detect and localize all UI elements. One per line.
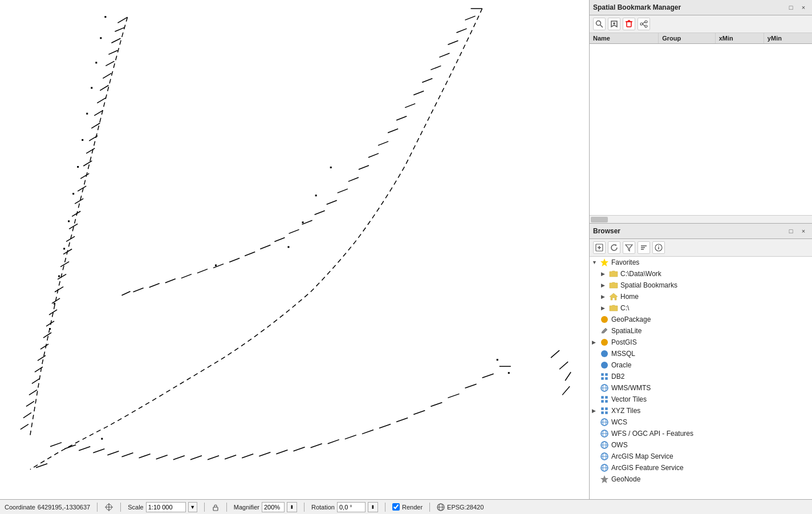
- col-ymin[interactable]: yMin: [764, 33, 812, 43]
- lock-item[interactable]: [212, 503, 220, 511]
- browser-panel: Browser □ ×: [590, 224, 812, 499]
- tree-icon-arcgisfeatureservice: [600, 463, 609, 472]
- magnifier-spinner[interactable]: ⬍: [287, 502, 297, 512]
- tree-item-wfsogc[interactable]: WFS / OGC API - Features: [590, 428, 812, 439]
- bookmark-export-btn[interactable]: [638, 18, 650, 30]
- browser-panel-controls: □ ×: [786, 226, 809, 236]
- tree-arrow-datawork[interactable]: ▶: [601, 271, 609, 277]
- svg-line-79: [276, 450, 287, 454]
- tree-arrow-spatialbookmarks[interactable]: ▶: [601, 282, 609, 288]
- svg-line-92: [64, 445, 76, 449]
- browser-float-btn[interactable]: □: [786, 226, 796, 236]
- tree-arrow-favorites[interactable]: ▼: [592, 260, 600, 265]
- svg-line-59: [213, 264, 224, 268]
- tree-item-arcgismapservice[interactable]: ArcGIS Map Service: [590, 451, 812, 462]
- scale-input[interactable]: [146, 502, 186, 512]
- epsg-item[interactable]: EPSG:28420: [437, 503, 484, 511]
- svg-line-22: [55, 287, 63, 292]
- magnifier-input[interactable]: [262, 502, 285, 512]
- svg-line-8: [94, 111, 103, 116]
- refresh-icon: [610, 244, 618, 252]
- tree-item-wcs[interactable]: WCS: [590, 416, 812, 428]
- rotation-input[interactable]: [337, 502, 366, 512]
- tree-item-arcgisfeatureservice[interactable]: ArcGIS Feature Service: [590, 462, 812, 473]
- tree-item-cdrive[interactable]: ▶C:\: [590, 302, 812, 314]
- tree-icon-wfsogc: [600, 429, 609, 438]
- browser-collapse-btn[interactable]: [638, 241, 650, 254]
- svg-line-91: [79, 447, 90, 451]
- svg-point-127: [640, 23, 643, 25]
- tree-item-home[interactable]: ▶Home: [590, 291, 812, 302]
- tree-item-oracle[interactable]: Oracle: [590, 359, 812, 371]
- bookmark-add-btn[interactable]: [608, 18, 620, 30]
- tree-item-vectortiles[interactable]: Vector Tiles: [590, 394, 812, 405]
- svg-point-145: [601, 350, 608, 357]
- right-panel: Spatial Bookmark Manager □ ×: [590, 0, 812, 499]
- svg-line-87: [139, 454, 151, 458]
- export-icon: [640, 20, 648, 28]
- tree-item-postgis[interactable]: ▶PostGIS: [590, 337, 812, 348]
- tree-arrow-postgis[interactable]: ▶: [592, 339, 600, 345]
- svg-point-144: [601, 339, 608, 346]
- tree-icon-favorites: [600, 258, 609, 267]
- tree-item-geopackage[interactable]: GeoPackage: [590, 314, 812, 325]
- map-icon-item: [104, 503, 113, 512]
- bookmark-float-btn[interactable]: □: [786, 2, 796, 13]
- svg-rect-106: [72, 193, 74, 195]
- tree-icon-geopackage: [600, 315, 609, 324]
- bookmark-hscroll[interactable]: [590, 215, 812, 223]
- svg-line-3: [108, 50, 117, 54]
- svg-line-42: [413, 91, 424, 95]
- svg-line-41: [422, 78, 432, 82]
- svg-line-86: [156, 455, 168, 459]
- magnifier-item: Magnifier ⬍: [234, 502, 297, 512]
- svg-line-33: [23, 412, 31, 418]
- tree-item-mssql[interactable]: MSSQL: [590, 348, 812, 359]
- browser-add-btn[interactable]: [593, 241, 606, 254]
- browser-tree: ▼Favorites▶C:\Data\Work▶Spatial Bookmark…: [590, 257, 812, 499]
- col-xmin[interactable]: xMin: [716, 33, 764, 43]
- svg-line-48: [359, 165, 369, 169]
- hscroll-thumb[interactable]: [591, 217, 608, 222]
- bookmark-close-btn[interactable]: ×: [798, 2, 809, 13]
- tree-item-ows[interactable]: OWS: [590, 439, 812, 451]
- tree-item-db2[interactable]: DB2: [590, 371, 812, 382]
- add-bookmark-icon: [610, 20, 618, 28]
- bookmark-delete-btn[interactable]: [623, 18, 635, 30]
- tree-arrow-cdrive[interactable]: ▶: [601, 305, 609, 311]
- svg-line-49: [348, 177, 359, 181]
- tree-item-datawork[interactable]: ▶C:\Data\Work: [590, 268, 812, 280]
- tree-item-wmswmts[interactable]: WMS/WMTS: [590, 382, 812, 394]
- browser-toolbar: [590, 239, 812, 257]
- sep5: [304, 503, 304, 512]
- svg-rect-99: [104, 16, 106, 18]
- browser-info-btn[interactable]: [652, 241, 665, 254]
- svg-line-10: [89, 136, 98, 141]
- tree-arrow-xyztiles[interactable]: ▶: [592, 408, 600, 414]
- browser-filter-btn[interactable]: [623, 241, 635, 254]
- map-area[interactable]: [0, 0, 590, 499]
- tree-item-spatialbookmarks[interactable]: ▶Spatial Bookmarks: [590, 280, 812, 291]
- tree-item-geonode[interactable]: GeoNode: [590, 473, 812, 485]
- render-item: Render: [392, 503, 423, 511]
- scale-dropdown-btn[interactable]: ▼: [188, 502, 197, 512]
- tree-label-geopackage: GeoPackage: [611, 315, 651, 323]
- browser-close-btn[interactable]: ×: [798, 226, 809, 236]
- collapse-icon: [640, 244, 648, 252]
- col-name[interactable]: Name: [590, 33, 659, 43]
- browser-title-bar: Browser □ ×: [590, 224, 812, 239]
- tree-icon-geonode: [600, 475, 609, 484]
- rotation-spinner[interactable]: ⬍: [368, 502, 378, 512]
- svg-line-80: [259, 452, 270, 456]
- bookmark-search-btn[interactable]: [593, 18, 606, 30]
- tree-arrow-home[interactable]: ▶: [601, 294, 609, 300]
- browser-refresh-btn[interactable]: [608, 241, 620, 254]
- filter-icon: [625, 244, 633, 252]
- render-checkbox[interactable]: [392, 503, 400, 511]
- tree-icon-mssql: [600, 349, 609, 358]
- bookmark-title-bar: Spatial Bookmark Manager □ ×: [590, 0, 812, 15]
- col-group[interactable]: Group: [659, 33, 716, 43]
- tree-item-spatialite[interactable]: SpatiaLite: [590, 325, 812, 337]
- tree-item-favorites[interactable]: ▼Favorites: [590, 257, 812, 268]
- tree-item-xyztiles[interactable]: ▶XYZ Tiles: [590, 405, 812, 416]
